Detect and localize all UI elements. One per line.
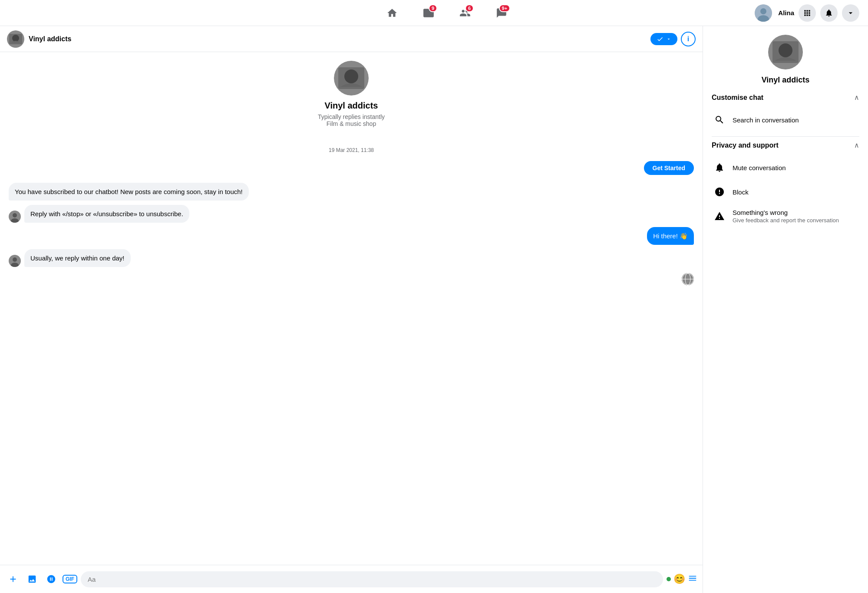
get-started-button[interactable]: Get Started — [644, 161, 694, 175]
svg-point-10 — [13, 213, 17, 217]
search-in-conversation-item[interactable]: Search in conversation — [712, 108, 859, 132]
sticker-button[interactable] — [43, 571, 59, 587]
more-options-button[interactable] — [688, 573, 697, 585]
block-item[interactable]: Block — [712, 180, 859, 204]
username-label: Alina — [778, 9, 794, 16]
block-icon — [714, 187, 725, 197]
dropdown-arrow-icon — [666, 36, 671, 42]
info-button[interactable]: i — [681, 32, 696, 46]
message-timestamp: 19 Mar 2021, 11:38 — [9, 147, 694, 153]
svg-point-1 — [760, 8, 766, 14]
sender-avatar — [9, 255, 21, 267]
gif-button[interactable]: GIF — [63, 575, 77, 583]
top-nav: 9 6 9+ Alina — [0, 0, 868, 26]
grid-icon — [803, 9, 812, 17]
search-in-conversation-label: Search in conversation — [733, 116, 799, 124]
section-divider — [712, 136, 859, 137]
right-avatar-image — [768, 35, 803, 69]
customise-chat-chevron: ∧ — [854, 93, 859, 102]
home-nav-button[interactable] — [383, 3, 402, 23]
bell-icon — [825, 9, 833, 17]
svg-point-5 — [12, 35, 19, 42]
right-panel: Vinyl addicts Customise chat ∧ Search in… — [703, 26, 868, 593]
add-button[interactable] — [5, 571, 21, 587]
right-panel-avatar — [768, 35, 803, 69]
message-row: Hi there! 👋 — [9, 227, 694, 245]
main-area: Vinyl addicts i — [0, 26, 868, 593]
svg-point-8 — [344, 69, 358, 83]
message-bubble: Hi there! 👋 — [647, 227, 694, 245]
friends-nav-button[interactable]: 6 — [455, 3, 475, 23]
block-icon-wrap — [712, 184, 727, 200]
privacy-support-title: Privacy and support — [712, 142, 779, 149]
avatar-image — [9, 255, 21, 267]
message-row: Usually, we reply within one day! — [9, 249, 694, 267]
message-bubble: Usually, we reply within one day! — [24, 249, 131, 267]
message-input[interactable] — [81, 571, 663, 587]
globe-image — [682, 273, 694, 285]
input-right-actions: 😊 — [667, 573, 697, 585]
mute-icon — [714, 162, 725, 173]
avatar-image — [9, 211, 21, 223]
chat-intro: Vinyl addicts Typically replies instantl… — [9, 61, 694, 127]
mute-icon-wrap — [712, 160, 727, 175]
plus-icon — [8, 574, 18, 584]
mute-conversation-item[interactable]: Mute conversation — [712, 155, 859, 180]
customise-chat-title: Customise chat — [712, 94, 763, 102]
message-bubble: Reply with «/stop» or «/unsubscribe» to … — [24, 205, 189, 223]
message-bubble: You have subscribed to our chatbot! New … — [9, 183, 249, 201]
messages-badge: 9+ — [499, 4, 511, 12]
svg-point-13 — [13, 257, 17, 262]
more-icon — [688, 573, 697, 583]
chat-header: Vinyl addicts i — [0, 26, 703, 52]
message-row: You have subscribed to our chatbot! New … — [9, 183, 694, 201]
image-button[interactable] — [24, 571, 40, 587]
checkmark-icon — [657, 36, 663, 43]
chat-header-actions: i — [650, 32, 696, 46]
chat-intro-subtitle2: Film & music shop — [327, 120, 376, 127]
friends-badge: 6 — [465, 4, 474, 12]
video-badge: 9 — [429, 4, 437, 12]
block-label: Block — [733, 188, 749, 196]
online-indicator — [667, 577, 671, 581]
video-nav-button[interactable]: 9 — [419, 3, 438, 23]
warning-icon-wrap — [712, 208, 727, 224]
emoji-button[interactable]: 😊 — [673, 573, 685, 585]
privacy-support-section-header[interactable]: Privacy and support ∧ — [712, 141, 859, 149]
chat-panel: Vinyl addicts i — [0, 26, 703, 593]
chevron-down-icon — [846, 9, 855, 17]
message-row: Reply with «/stop» or «/unsubscribe» to … — [9, 205, 694, 223]
dropdown-button[interactable] — [842, 4, 859, 22]
chat-header-name: Vinyl addicts — [29, 35, 650, 43]
somethings-wrong-label: Something's wrong — [733, 209, 839, 216]
notifications-button[interactable] — [820, 4, 838, 22]
warning-icon — [714, 211, 725, 221]
customise-chat-section-header[interactable]: Customise chat ∧ — [712, 93, 859, 102]
somethings-wrong-content: Something's wrong Give feedback and repo… — [733, 209, 839, 224]
chat-body: Vinyl addicts Typically replies instantl… — [0, 52, 703, 565]
chat-avatar-image — [7, 30, 24, 48]
svg-point-21 — [779, 43, 792, 57]
chat-input-area: GIF 😊 — [0, 565, 703, 593]
user-avatar[interactable] — [755, 4, 772, 22]
mute-conversation-label: Mute conversation — [733, 164, 786, 171]
globe-icon — [682, 273, 694, 285]
sticker-icon — [46, 574, 56, 584]
chat-intro-avatar — [334, 61, 369, 96]
photo-icon — [27, 574, 37, 584]
intro-avatar-image — [334, 61, 369, 96]
chat-intro-subtitle1: Typically replies instantly — [318, 113, 385, 120]
check-button[interactable] — [650, 33, 677, 45]
somethings-wrong-item[interactable]: Something's wrong Give feedback and repo… — [712, 204, 859, 228]
chat-header-avatar — [7, 30, 24, 48]
search-icon-wrap — [712, 112, 727, 128]
right-panel-name: Vinyl addicts — [712, 76, 859, 85]
sender-avatar — [9, 211, 21, 223]
nav-center: 9 6 9+ — [139, 3, 755, 23]
somethings-wrong-sub: Give feedback and report the conversatio… — [733, 217, 839, 224]
avatar-image — [755, 4, 772, 22]
home-icon — [386, 7, 398, 19]
search-icon — [714, 115, 725, 125]
messages-nav-button[interactable]: 9+ — [492, 3, 511, 23]
grid-menu-button[interactable] — [799, 4, 816, 22]
